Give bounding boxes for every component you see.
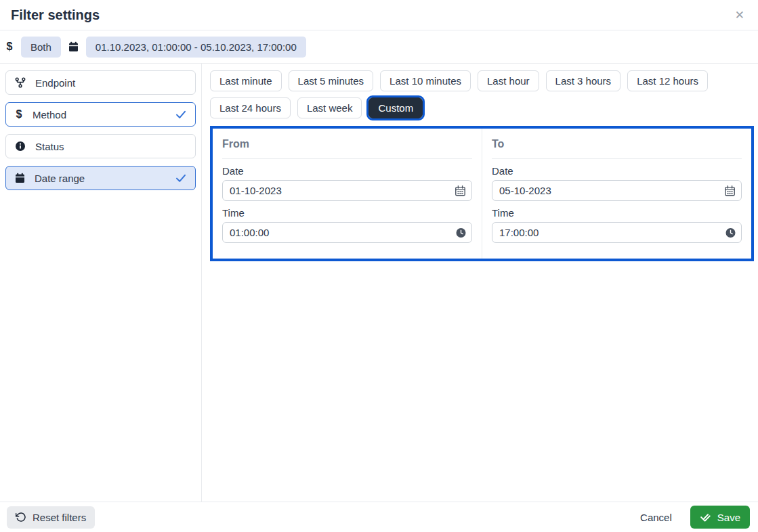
range-button-last-hour[interactable]: Last hour [478,70,539,91]
range-button-last-12-hours[interactable]: Last 12 hours [627,70,708,91]
to-date-input[interactable] [492,180,742,201]
check-icon [175,109,186,120]
to-section-title: To [492,133,742,159]
calendar-picker-icon[interactable] [724,185,736,196]
reset-filters-button[interactable]: Reset filters [7,506,95,529]
cancel-button[interactable]: Cancel [640,512,672,523]
dialog-body: Endpoint $ Method [0,64,758,502]
page-title: Filter settings [11,7,100,23]
save-label: Save [717,512,740,523]
date-range-filter-chip[interactable]: 01.10.2023, 01:00:00 - 05.10.2023, 17:00… [86,37,306,58]
from-date-field-wrap [222,180,472,201]
from-date-input[interactable] [222,180,472,201]
calendar-icon [68,41,79,52]
filter-settings-dialog: Filter settings ✕ $ Both 01.10.2023, 01:… [0,0,758,532]
to-date-field-wrap [492,180,742,201]
double-check-icon [700,512,711,523]
from-date-label: Date [222,165,472,177]
filter-sidebar: Endpoint $ Method [0,64,202,502]
dialog-footer: Reset filters Cancel Save [0,502,758,532]
clock-icon[interactable] [456,227,466,238]
to-date-label: Date [492,165,742,177]
calendar-picker-icon[interactable] [455,185,466,196]
reset-filters-label: Reset filters [33,512,86,523]
sidebar-item-method[interactable]: $ Method [5,102,196,127]
sidebar-item-label: Method [33,109,66,120]
from-section: From Date Time [213,129,482,259]
method-filter-chip[interactable]: Both [21,37,61,58]
to-time-label: Time [492,207,742,219]
calendar-icon [15,173,25,183]
sidebar-item-status[interactable]: Status [5,134,196,158]
quick-range-buttons: Last minute Last 5 minutes Last 10 minut… [210,70,754,118]
sidebar-item-date-range[interactable]: Date range [5,166,196,190]
check-icon [175,173,186,183]
dollar-icon: $ [15,108,23,120]
dialog-header: Filter settings ✕ [0,0,758,30]
from-time-input[interactable] [222,222,472,243]
from-time-field-wrap [222,222,472,243]
sidebar-item-label: Date range [35,173,85,184]
sidebar-item-label: Status [35,141,64,152]
fork-icon [15,77,26,88]
range-button-last-24-hours[interactable]: Last 24 hours [210,97,291,118]
range-button-last-minute[interactable]: Last minute [210,70,282,91]
from-time-label: Time [222,207,472,219]
info-icon [15,141,26,152]
range-button-last-week[interactable]: Last week [297,97,362,118]
close-icon[interactable]: ✕ [732,8,747,22]
clock-icon[interactable] [725,227,736,238]
custom-range-panel: From Date Time [210,126,754,261]
sidebar-item-label: Endpoint [35,77,75,89]
sidebar-item-endpoint[interactable]: Endpoint [5,70,196,95]
from-section-title: From [222,133,472,159]
method-filter-icon: $ [5,41,14,53]
range-button-last-10-minutes[interactable]: Last 10 minutes [380,70,471,91]
save-button[interactable]: Save [690,506,750,529]
range-button-custom[interactable]: Custom [369,97,423,118]
to-section: To Date Time [482,129,751,259]
range-button-last-5-minutes[interactable]: Last 5 minutes [289,70,374,91]
to-time-input[interactable] [492,222,742,243]
to-time-field-wrap [492,222,742,243]
active-filters-bar: $ Both 01.10.2023, 01:00:00 - 05.10.2023… [0,30,758,64]
undo-icon [16,512,26,523]
date-range-panel: Last minute Last 5 minutes Last 10 minut… [202,64,758,502]
range-button-last-3-hours[interactable]: Last 3 hours [546,70,621,91]
